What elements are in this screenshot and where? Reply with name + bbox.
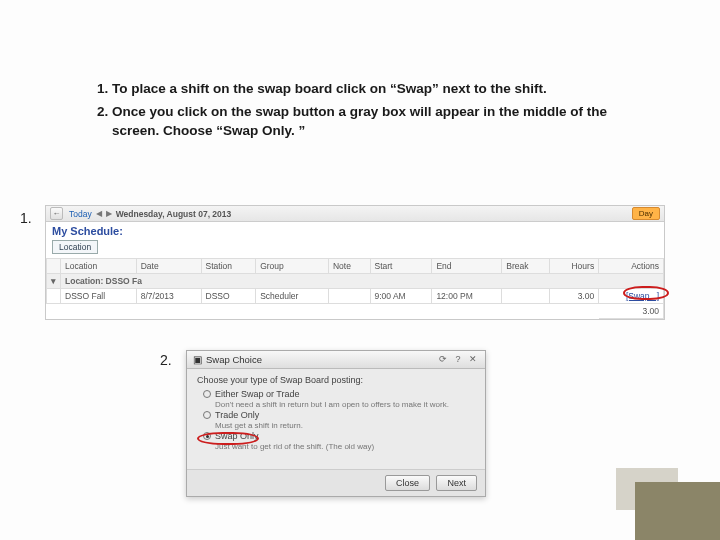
cell-end: 12:00 PM (432, 289, 502, 304)
location-group-label: Location: DSSO Fa (61, 274, 664, 289)
option-label: Either Swap or Trade (215, 389, 300, 399)
cell-date: 8/7/2013 (136, 289, 201, 304)
cell-break (502, 289, 550, 304)
next-day-icon[interactable]: ▶ (106, 209, 112, 218)
next-button[interactable]: Next (436, 475, 477, 491)
col-break: Break (502, 259, 550, 274)
slide-corner-decoration (610, 462, 720, 540)
dialog-footer: Close Next (187, 469, 485, 496)
col-station: Station (201, 259, 256, 274)
schedule-panel: ← Today ◀ ▶ Wednesday, August 07, 2013 D… (45, 205, 665, 320)
dialog-prompt: Choose your type of Swap Board posting: (197, 375, 475, 385)
cell-location: DSSO Fall (61, 289, 137, 304)
figure-label-2: 2. (160, 352, 172, 368)
dialog-title: Swap Choice (206, 354, 262, 365)
col-date: Date (136, 259, 201, 274)
col-hours: Hours (550, 259, 599, 274)
schedule-title: My Schedule: (46, 222, 664, 240)
instruction-1: To place a shift on the swap board click… (112, 80, 650, 99)
option-trade-only[interactable]: Trade Only Must get a shift in return. (203, 410, 475, 430)
radio-icon[interactable] (203, 432, 211, 440)
figure-label-1: 1. (20, 210, 32, 226)
cell-hours: 3.00 (550, 289, 599, 304)
cell-start: 9:00 AM (370, 289, 432, 304)
swap-link[interactable]: [Swap...] (626, 291, 659, 301)
close-button[interactable]: Close (385, 475, 430, 491)
col-group: Group (256, 259, 329, 274)
today-link[interactable]: Today (69, 209, 92, 219)
dialog-body: Choose your type of Swap Board posting: … (187, 369, 485, 469)
radio-icon[interactable] (203, 390, 211, 398)
radio-icon[interactable] (203, 411, 211, 419)
header-row: Location Date Station Group Note Start E… (47, 259, 664, 274)
location-group-row[interactable]: ▾ Location: DSSO Fa (47, 274, 664, 289)
schedule-toolbar: ← Today ◀ ▶ Wednesday, August 07, 2013 D… (46, 206, 664, 222)
col-start: Start (370, 259, 432, 274)
col-end: End (432, 259, 502, 274)
col-location: Location (61, 259, 137, 274)
back-icon[interactable]: ← (50, 207, 63, 220)
col-note: Note (328, 259, 370, 274)
col-actions: Actions (599, 259, 664, 274)
option-sub: Just want to get rid of the shift. (The … (215, 442, 374, 451)
total-hours: 3.00 (599, 304, 664, 319)
expand-icon[interactable]: ▾ (47, 274, 61, 289)
swap-choice-dialog: ▣ Swap Choice ⟳ ? ✕ Choose your type of … (186, 350, 486, 497)
schedule-date: Wednesday, August 07, 2013 (116, 209, 232, 219)
option-sub: Must get a shift in return. (215, 421, 303, 430)
total-row: 3.00 (47, 304, 664, 319)
cell-note (328, 289, 370, 304)
day-view-button[interactable]: Day (632, 207, 660, 220)
shift-row: DSSO Fall 8/7/2013 DSSO Scheduler 9:00 A… (47, 289, 664, 304)
location-filter-button[interactable]: Location (52, 240, 98, 254)
schedule-table: Location Date Station Group Note Start E… (46, 258, 664, 319)
dialog-titlebar: ▣ Swap Choice ⟳ ? ✕ (187, 351, 485, 369)
option-swap-only[interactable]: Swap Only Just want to get rid of the sh… (203, 431, 475, 451)
option-label: Trade Only (215, 410, 259, 420)
option-label: Swap Only (215, 431, 259, 441)
instruction-2: Once you click on the swap button a gray… (112, 103, 650, 141)
option-swap-or-trade[interactable]: Either Swap or Trade Don't need a shift … (203, 389, 475, 409)
cell-station: DSSO (201, 289, 256, 304)
cell-group: Scheduler (256, 289, 329, 304)
dialog-title-icon: ▣ (193, 354, 202, 365)
instruction-list: To place a shift on the swap board click… (90, 80, 650, 145)
help-icon[interactable]: ? (452, 354, 464, 366)
close-icon[interactable]: ✕ (467, 354, 479, 366)
option-sub: Don't need a shift in return but I am op… (215, 400, 449, 409)
prev-day-icon[interactable]: ◀ (96, 209, 102, 218)
refresh-icon[interactable]: ⟳ (437, 354, 449, 366)
